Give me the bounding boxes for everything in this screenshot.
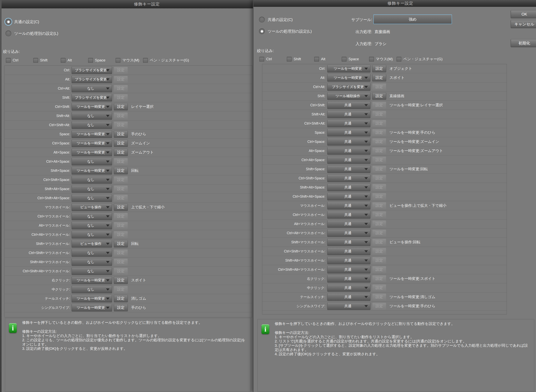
action-dropdown-value: なし: [87, 287, 96, 292]
action-dropdown-value: 共通: [344, 139, 353, 144]
chevron-down-icon: [364, 150, 368, 152]
action-dropdown[interactable]: 共通: [327, 293, 370, 301]
filter-checkbox-1[interactable]: [287, 57, 292, 62]
filter-checkbox-4[interactable]: [116, 58, 120, 63]
filter-checkbox-4[interactable]: [369, 57, 374, 62]
action-dropdown[interactable]: 共通: [327, 284, 370, 292]
action-dropdown[interactable]: ブラシサイズを変更: [71, 94, 112, 102]
settings-button[interactable]: 設定: [372, 93, 386, 100]
action-dropdown[interactable]: なし: [71, 112, 112, 120]
shortcut-key-label: Ctrl+Alt+Space:: [262, 158, 325, 162]
radio-common-settings[interactable]: [5, 19, 12, 25]
action-dropdown[interactable]: 共通: [327, 229, 370, 237]
filter-checkbox-2[interactable]: [61, 58, 66, 63]
filter-checkbox-row: CtrlShiftAltSpaceマウス(M)ペン・ジェスチャー(G): [259, 56, 424, 62]
action-dropdown[interactable]: 共通: [327, 165, 370, 173]
action-dropdown[interactable]: 共通: [327, 174, 370, 182]
action-dropdown[interactable]: ツールを一時変更: [71, 167, 112, 174]
action-dropdown[interactable]: ツールを一時変更: [71, 131, 112, 138]
action-dropdown[interactable]: ブラシサイズを変更: [327, 83, 370, 91]
filter-checkbox-3[interactable]: [88, 58, 93, 63]
action-dropdown[interactable]: なし: [71, 231, 112, 238]
action-dropdown[interactable]: 共通: [327, 211, 370, 219]
action-dropdown[interactable]: ツールを一時変更: [71, 103, 112, 111]
filter-checkbox-0[interactable]: [259, 57, 264, 62]
settings-button[interactable]: 設定: [114, 295, 128, 302]
action-dropdown[interactable]: ツールを一時変更: [71, 304, 112, 312]
settings-button[interactable]: 設定: [114, 131, 128, 138]
action-dropdown[interactable]: 共通: [327, 202, 370, 210]
settings-button[interactable]: 設定: [114, 149, 128, 156]
radio-common-settings[interactable]: [259, 16, 265, 23]
radio-per-tool-settings-label: ツールの処理別の設定(L): [14, 31, 58, 36]
action-dropdown[interactable]: ツールを一時変更: [327, 74, 370, 82]
settings-button[interactable]: 設定: [372, 65, 386, 72]
action-dropdown[interactable]: なし: [71, 185, 112, 193]
action-dropdown[interactable]: なし: [71, 249, 112, 257]
filter-checkbox-3[interactable]: [342, 57, 346, 62]
action-dropdown[interactable]: 共通: [327, 275, 370, 283]
action-dropdown[interactable]: なし: [71, 267, 112, 275]
action-dropdown[interactable]: なし: [71, 176, 112, 184]
action-dropdown[interactable]: 共通: [327, 102, 370, 109]
settings-button[interactable]: 設定: [114, 140, 128, 147]
settings-button[interactable]: 設定: [114, 277, 128, 284]
radio-per-tool-settings[interactable]: [5, 30, 12, 37]
action-dropdown[interactable]: 共通: [327, 247, 370, 255]
action-dropdown[interactable]: ツールを一時変更: [71, 295, 112, 302]
shortcut-row: Shift+マウスホイール:ビューを操作設定回転: [5, 239, 252, 248]
cancel-button[interactable]: キャンセル: [511, 20, 536, 28]
action-dropdown-value: 共通: [344, 167, 353, 171]
action-dropdown[interactable]: なし: [71, 194, 112, 202]
action-dropdown[interactable]: 共通: [327, 129, 370, 136]
action-dropdown[interactable]: 共通: [327, 156, 370, 164]
action-dropdown[interactable]: 共通: [327, 220, 370, 228]
action-dropdown[interactable]: なし: [71, 213, 112, 220]
action-dropdown[interactable]: ツールを一時変更: [71, 140, 112, 147]
action-dropdown[interactable]: 共通: [327, 238, 370, 246]
action-dropdown[interactable]: 共通: [327, 193, 370, 200]
action-dropdown[interactable]: なし: [71, 158, 112, 165]
subtool-button[interactable]: 強め: [373, 14, 452, 24]
action-dropdown[interactable]: ビューを操作: [71, 240, 112, 247]
chevron-down-icon: [364, 223, 368, 225]
action-dropdown[interactable]: 共通: [327, 111, 370, 118]
settings-button[interactable]: 設定: [114, 204, 128, 211]
action-dropdown[interactable]: ツールを一時変更: [71, 149, 112, 156]
settings-button[interactable]: 設定: [114, 103, 128, 110]
action-dropdown[interactable]: ツールを一時変更: [71, 276, 112, 284]
filter-checkbox-0[interactable]: [6, 58, 11, 63]
action-dropdown-value: なし: [87, 187, 96, 191]
action-dropdown[interactable]: 共通: [327, 302, 370, 310]
action-dropdown[interactable]: 共通: [327, 138, 370, 145]
action-dropdown[interactable]: ブラシサイズを変更: [71, 76, 112, 83]
action-dropdown[interactable]: 共通: [327, 257, 370, 264]
action-dropdown[interactable]: 共通: [327, 147, 370, 155]
action-dropdown[interactable]: ツール補助操作: [327, 92, 370, 100]
action-dropdown[interactable]: ツールを一時変更: [327, 65, 370, 73]
assigned-action-text: ツールを一時変更:手のひら: [389, 303, 435, 309]
filter-checkbox-2[interactable]: [314, 57, 319, 62]
settings-button[interactable]: 設定: [114, 167, 128, 174]
initialize-button[interactable]: 初期化: [511, 39, 536, 47]
filter-checkbox-1[interactable]: [33, 58, 38, 63]
action-dropdown[interactable]: ビューを操作: [71, 204, 112, 211]
filter-checkbox-5[interactable]: [143, 58, 148, 63]
radio-per-tool-settings[interactable]: [259, 28, 265, 35]
action-dropdown[interactable]: なし: [71, 222, 112, 229]
ok-button[interactable]: OK: [511, 10, 536, 18]
action-dropdown[interactable]: 共通: [327, 266, 370, 273]
action-dropdown[interactable]: なし: [71, 85, 112, 92]
settings-button[interactable]: 設定: [372, 74, 386, 81]
chevron-down-icon: [106, 206, 109, 208]
shortcut-row: Ctrl+Shift+Alt:なし設定: [5, 121, 252, 130]
action-dropdown[interactable]: 共通: [327, 184, 370, 191]
filter-checkbox-5[interactable]: [397, 57, 401, 62]
action-dropdown[interactable]: ブラシサイズを変更: [71, 66, 112, 74]
settings-button[interactable]: 設定: [114, 240, 128, 247]
settings-button[interactable]: 設定: [114, 304, 128, 311]
action-dropdown[interactable]: なし: [71, 121, 112, 129]
action-dropdown[interactable]: なし: [71, 258, 112, 266]
action-dropdown[interactable]: なし: [71, 286, 112, 293]
action-dropdown[interactable]: 共通: [327, 120, 370, 127]
